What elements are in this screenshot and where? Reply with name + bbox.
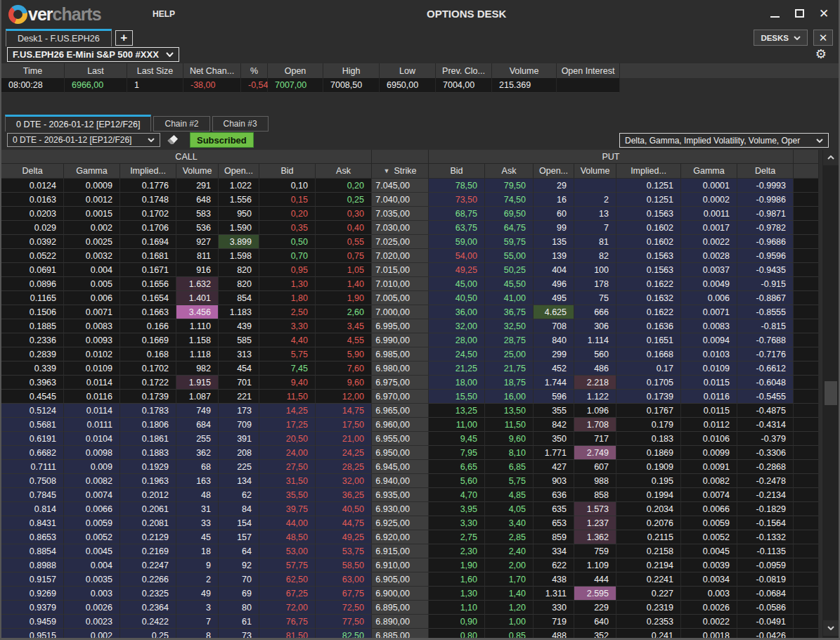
put-volume-cell[interactable]: 486 xyxy=(574,361,616,376)
put-delta-cell[interactable]: -0.3306 xyxy=(737,446,794,460)
put-volume-cell[interactable]: 444 xyxy=(574,572,616,587)
strike-cell[interactable]: 7.040,00 xyxy=(372,193,429,207)
call-ask-cell[interactable]: 1,90 xyxy=(316,291,372,305)
call-bid-cell[interactable]: 0,70 xyxy=(259,249,316,263)
quote-col-header[interactable]: Open xyxy=(268,63,323,78)
call-ask-cell[interactable]: 5,90 xyxy=(316,347,372,361)
put-open-cell[interactable]: 438 xyxy=(534,572,574,587)
put-iv-cell[interactable]: 0.1622 xyxy=(616,305,681,319)
call-volume-cell[interactable]: 648 xyxy=(176,193,219,207)
call-gamma-cell[interactable]: 0.0074 xyxy=(64,488,120,502)
put-bid-cell[interactable]: 63,75 xyxy=(429,221,485,235)
put-bid-cell[interactable]: 4,70 xyxy=(429,488,485,502)
call-open-cell[interactable]: 854 xyxy=(219,291,259,305)
call-volume-cell[interactable]: 1.632 xyxy=(176,277,219,291)
call-delta-cell[interactable]: 0.9269 xyxy=(1,587,64,601)
put-open-cell[interactable]: 139 xyxy=(534,249,574,263)
put-iv-cell[interactable]: 0.241 xyxy=(616,629,681,638)
call-iv-cell[interactable]: 0.2129 xyxy=(120,530,176,544)
call-iv-cell[interactable]: 0.25 xyxy=(120,629,176,638)
call-ask-cell[interactable]: 0,30 xyxy=(316,207,372,221)
put-iv-cell[interactable]: 0.1869 xyxy=(616,446,681,460)
put-volume-cell[interactable]: 13 xyxy=(574,207,616,221)
call-ask-cell[interactable]: 36,25 xyxy=(316,488,372,502)
call-gamma-cell[interactable]: 0.009 xyxy=(64,460,120,474)
put-bid-cell[interactable]: 32,00 xyxy=(429,319,485,333)
call-delta-cell[interactable]: 0.0691 xyxy=(1,263,64,277)
call-open-cell[interactable]: 64 xyxy=(219,544,259,558)
call-iv-cell[interactable]: 0.1739 xyxy=(120,390,176,404)
put-gamma-cell[interactable]: 0.0017 xyxy=(681,221,737,235)
call-volume-cell[interactable]: 68 xyxy=(176,460,219,474)
put-bid-cell[interactable]: 1,90 xyxy=(429,558,485,572)
quote-col-header[interactable]: % xyxy=(241,63,268,78)
put-volume-cell[interactable]: 666 xyxy=(574,305,616,319)
put-gamma-cell[interactable]: 0.0002 xyxy=(681,193,737,207)
call-volume-cell[interactable]: 31 xyxy=(176,502,219,516)
col-header-put-bid[interactable]: Bid xyxy=(429,164,485,179)
put-ask-cell[interactable]: 25,00 xyxy=(485,347,534,361)
call-bid-cell[interactable]: 7,45 xyxy=(259,361,316,376)
call-open-cell[interactable]: 820 xyxy=(219,263,259,277)
put-delta-cell[interactable]: -0.379 xyxy=(737,432,794,446)
call-ask-cell[interactable]: 0,55 xyxy=(316,235,372,249)
call-iv-cell[interactable]: 0.1702 xyxy=(120,207,176,221)
call-gamma-cell[interactable]: 0.0066 xyxy=(64,502,120,516)
expiry-dropdown[interactable]: 0 DTE - 2026-01-12 [EP12/F26] xyxy=(7,133,160,147)
desk-tab[interactable]: Desk1 - F.US.EPH26 xyxy=(6,29,112,46)
put-gamma-cell[interactable]: 0.0022 xyxy=(681,615,737,629)
quote-col-header[interactable]: Last xyxy=(65,63,127,78)
put-delta-cell[interactable]: -0.0684 xyxy=(737,587,794,601)
call-gamma-cell[interactable]: 0.0111 xyxy=(64,418,120,432)
desks-dropdown[interactable]: DESKS xyxy=(754,30,808,46)
put-delta-cell[interactable]: -0.0491 xyxy=(737,615,794,629)
put-volume-cell[interactable]: 2.595 xyxy=(574,587,616,601)
strike-cell[interactable]: 6.985,00 xyxy=(372,347,429,361)
put-bid-cell[interactable]: 45,00 xyxy=(429,277,485,291)
call-bid-cell[interactable]: 0,50 xyxy=(259,235,316,249)
put-volume-cell[interactable]: 1.114 xyxy=(574,333,616,347)
put-open-cell[interactable]: 60 xyxy=(534,207,574,221)
put-open-cell[interactable]: 635 xyxy=(534,502,574,516)
put-ask-cell[interactable]: 1,00 xyxy=(485,615,534,629)
put-gamma-cell[interactable]: 0.0018 xyxy=(681,629,737,638)
strike-cell[interactable]: 6.990,00 xyxy=(372,333,429,347)
call-iv-cell[interactable]: 0.1806 xyxy=(120,418,176,432)
strike-cell[interactable]: 6.890,00 xyxy=(372,615,429,629)
call-volume-cell[interactable]: 163 xyxy=(176,474,219,488)
put-volume-cell[interactable]: 607 xyxy=(574,460,616,474)
call-bid-cell[interactable]: 62,50 xyxy=(259,572,316,587)
call-bid-cell[interactable]: 72,00 xyxy=(259,601,316,615)
call-ask-cell[interactable]: 14,75 xyxy=(316,404,372,418)
put-gamma-cell[interactable]: 0.0052 xyxy=(681,530,737,544)
call-volume-cell[interactable]: 48 xyxy=(176,488,219,502)
call-open-cell[interactable]: 62 xyxy=(219,488,259,502)
minimize-button[interactable] xyxy=(768,6,781,20)
put-delta-cell[interactable]: -0.4314 xyxy=(737,418,794,432)
scroll-up-button[interactable] xyxy=(823,150,839,165)
call-iv-cell[interactable]: 0.2325 xyxy=(120,587,176,601)
put-volume-cell[interactable]: 7 xyxy=(574,221,616,235)
put-volume-cell[interactable]: 2 xyxy=(574,193,616,207)
call-iv-cell[interactable]: 0.1671 xyxy=(120,263,176,277)
put-iv-cell[interactable]: 0.2353 xyxy=(616,615,681,629)
call-ask-cell[interactable]: 0,40 xyxy=(316,221,372,235)
put-iv-cell[interactable]: 0.1994 xyxy=(616,488,681,502)
put-iv-cell[interactable]: 0.1602 xyxy=(616,221,681,235)
call-ask-cell[interactable]: 1,05 xyxy=(316,263,372,277)
put-volume-cell[interactable] xyxy=(574,179,616,193)
col-header-put-volume[interactable]: Volume xyxy=(574,164,616,179)
strike-cell[interactable]: 7.045,00 xyxy=(372,179,429,193)
call-gamma-cell[interactable]: 0.0116 xyxy=(64,390,120,404)
put-bid-cell[interactable]: 28,00 xyxy=(429,333,485,347)
call-delta-cell[interactable]: 0.8854 xyxy=(1,544,64,558)
put-open-cell[interactable]: 708 xyxy=(534,319,574,333)
call-iv-cell[interactable]: 0.1748 xyxy=(120,193,176,207)
put-bid-cell[interactable]: 2,75 xyxy=(429,530,485,544)
call-bid-cell[interactable]: 31,50 xyxy=(259,474,316,488)
call-volume-cell[interactable]: 3.456 xyxy=(176,305,219,319)
put-ask-cell[interactable]: 18,75 xyxy=(485,376,534,390)
strike-cell[interactable]: 6.905,00 xyxy=(372,572,429,587)
put-ask-cell[interactable]: 8,10 xyxy=(485,446,534,460)
put-iv-cell[interactable]: 0.195 xyxy=(616,474,681,488)
